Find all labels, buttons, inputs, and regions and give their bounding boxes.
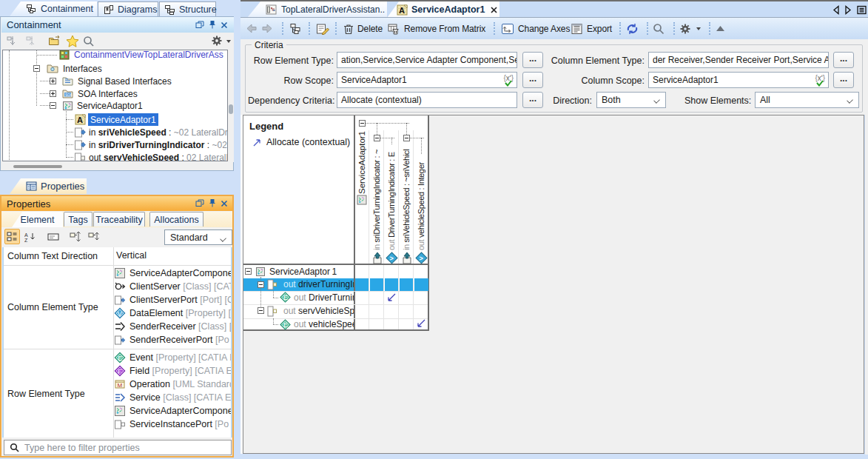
svg-text:A: A [399,6,405,15]
svg-text:Z: Z [24,238,28,242]
svg-text:E: E [118,355,122,362]
svg-text:F: F [118,368,122,375]
svg-text:A: A [77,115,83,124]
svg-text:SOA: SOA [65,93,73,97]
svg-text:E: E [283,321,288,329]
svg-text:M: M [118,382,123,389]
svg-text:A: A [24,232,28,238]
svg-text:E: E [283,294,288,301]
svg-text:>: > [390,255,394,262]
svg-text:V: V [118,310,122,318]
svg-text:>: > [420,255,423,262]
